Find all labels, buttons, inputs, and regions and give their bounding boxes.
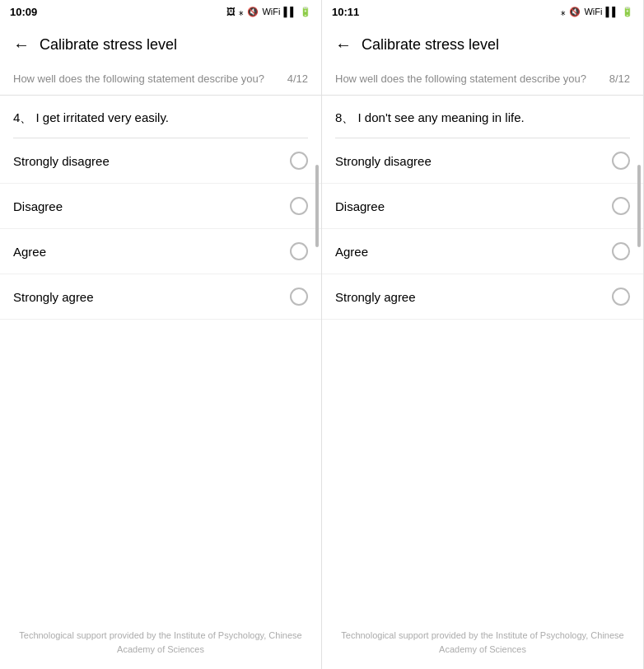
right-question-header: 8、 I don't see any meaning in life.	[322, 96, 643, 138]
left-footer: Technological support provided by the In…	[0, 629, 321, 656]
left-question-header: 4、 I get irritated very easily.	[0, 96, 321, 138]
right-option-agree[interactable]: Agree	[322, 229, 643, 274]
right-scroll-indicator	[637, 165, 641, 247]
left-radio-1[interactable]	[290, 152, 308, 170]
left-mute-icon: 🔇	[247, 7, 259, 17]
right-top-bar: ← Calibrate stress level	[322, 23, 643, 66]
left-question-text: I get irritated very easily.	[36, 110, 169, 124]
left-radio-2[interactable]	[290, 197, 308, 215]
left-radio-3[interactable]	[290, 242, 308, 260]
left-phone-panel: 10:09 🖼 ⁎ 🔇 WiFi ▌▌ 🔋 ← Calibrate stress…	[0, 0, 322, 669]
right-back-button[interactable]: ←	[335, 35, 352, 54]
right-question-text: I don't see any meaning in life.	[358, 110, 525, 124]
left-option-disagree[interactable]: Disagree	[0, 184, 321, 229]
right-option-label-4: Strongly agree	[335, 290, 416, 304]
left-status-time: 10:09	[10, 6, 37, 18]
left-option-label-2: Disagree	[13, 199, 63, 213]
right-option-strongly-agree[interactable]: Strongly agree	[322, 274, 643, 320]
right-radio-3[interactable]	[612, 242, 630, 260]
right-battery-icon: 🔋	[622, 7, 633, 17]
left-battery-icon: 🔋	[300, 7, 311, 17]
left-option-label-1: Strongly disagree	[13, 154, 110, 168]
right-signal-icon: ▌▌	[605, 7, 618, 16]
right-question-bar: How well does the following statement de…	[322, 66, 643, 96]
left-image-icon: 🖼	[226, 7, 236, 16]
right-question-count: 8/12	[609, 73, 630, 85]
left-question-bar: How well does the following statement de…	[0, 66, 321, 96]
right-footer: Technological support provided by the In…	[322, 629, 643, 656]
right-option-label-2: Disagree	[335, 199, 385, 213]
right-wifi-icon: WiFi	[584, 7, 602, 16]
left-question-number: 4、	[13, 110, 32, 124]
left-option-strongly-disagree[interactable]: Strongly disagree	[0, 138, 321, 184]
left-question-prompt: How well does the following statement de…	[13, 73, 281, 85]
right-mute-icon: 🔇	[569, 7, 581, 17]
left-options-list: Strongly disagree Disagree Agree Strongl…	[0, 138, 321, 320]
right-option-label-1: Strongly disagree	[335, 154, 432, 168]
right-status-time: 10:11	[332, 6, 359, 18]
left-back-button[interactable]: ←	[13, 35, 30, 54]
right-option-label-3: Agree	[335, 245, 368, 259]
right-question-prompt: How well does the following statement de…	[335, 73, 603, 85]
left-bluetooth-icon: ⁎	[239, 7, 244, 17]
right-phone-panel: 10:11 ⁎ 🔇 WiFi ▌▌ 🔋 ← Calibrate stress l…	[322, 0, 644, 669]
right-status-icons: ⁎ 🔇 WiFi ▌▌ 🔋	[561, 7, 633, 17]
right-radio-4[interactable]	[612, 288, 630, 306]
right-radio-2[interactable]	[612, 197, 630, 215]
right-status-bar: 10:11 ⁎ 🔇 WiFi ▌▌ 🔋	[322, 0, 643, 23]
left-status-icons: 🖼 ⁎ 🔇 WiFi ▌▌ 🔋	[226, 7, 311, 17]
left-option-agree[interactable]: Agree	[0, 229, 321, 274]
left-option-strongly-agree[interactable]: Strongly agree	[0, 274, 321, 320]
left-wifi-icon: WiFi	[262, 7, 280, 16]
right-option-disagree[interactable]: Disagree	[322, 184, 643, 229]
left-status-bar: 10:09 🖼 ⁎ 🔇 WiFi ▌▌ 🔋	[0, 0, 321, 23]
left-option-label-3: Agree	[13, 245, 46, 259]
left-question-count: 4/12	[287, 73, 308, 85]
left-page-title: Calibrate stress level	[40, 36, 177, 54]
right-page-title: Calibrate stress level	[362, 36, 499, 54]
right-option-strongly-disagree[interactable]: Strongly disagree	[322, 138, 643, 184]
left-signal-icon: ▌▌	[283, 7, 296, 16]
right-question-number: 8、	[335, 110, 354, 124]
left-option-label-4: Strongly agree	[13, 290, 94, 304]
left-radio-4[interactable]	[290, 288, 308, 306]
left-scroll-indicator	[315, 165, 319, 247]
right-bluetooth-icon: ⁎	[561, 7, 566, 17]
left-top-bar: ← Calibrate stress level	[0, 23, 321, 66]
right-radio-1[interactable]	[612, 152, 630, 170]
right-options-list: Strongly disagree Disagree Agree Strongl…	[322, 138, 643, 320]
